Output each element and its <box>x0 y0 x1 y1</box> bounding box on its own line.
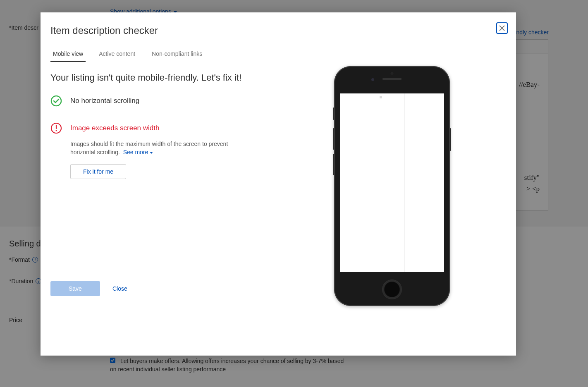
tab-non-compliant-links[interactable]: Non-compliant links <box>148 48 206 62</box>
phone-screen <box>340 93 444 272</box>
checkmark-icon <box>50 95 62 107</box>
modal-footer: Save Close <box>50 281 127 296</box>
check-ok-title: No horizontal scrolling <box>70 95 139 107</box>
phone-screen-mark <box>380 96 382 98</box>
phone-home-button <box>382 280 402 299</box>
svg-point-2 <box>51 96 61 106</box>
phone-side-button <box>450 128 451 151</box>
check-err-title: Image exceeds screen width <box>70 122 252 134</box>
close-link[interactable]: Close <box>112 285 127 292</box>
phone-camera <box>371 78 374 81</box>
check-no-horizontal-scroll: No horizontal scrolling <box>50 95 139 107</box>
modal-title: Item description checker <box>50 25 158 36</box>
phone-sensor <box>391 72 394 75</box>
close-button[interactable] <box>496 22 508 34</box>
description-checker-modal: Item description checker Mobile view Act… <box>41 12 516 356</box>
modal-tabs: Mobile view Active content Non-compliant… <box>50 48 206 62</box>
save-button[interactable]: Save <box>50 281 100 296</box>
check-image-width: Image exceeds screen width Images should… <box>50 122 252 179</box>
phone-screen-line-2 <box>404 93 405 272</box>
check-err-description: Images should fit the maximum width of t… <box>70 140 252 157</box>
close-icon <box>499 25 505 31</box>
tab-active-content[interactable]: Active content <box>96 48 139 62</box>
phone-mockup <box>334 66 450 306</box>
phone-speaker <box>382 78 402 80</box>
see-more-link[interactable]: See more <box>123 149 153 155</box>
phone-screen-line-1 <box>379 93 379 272</box>
modal-heading: Your listing isn't quite mobile-friendly… <box>50 72 241 83</box>
tab-mobile-view[interactable]: Mobile view <box>50 48 86 62</box>
fix-it-button[interactable]: Fix it for me <box>70 164 126 179</box>
svg-point-5 <box>56 130 57 131</box>
alert-icon <box>50 122 62 134</box>
